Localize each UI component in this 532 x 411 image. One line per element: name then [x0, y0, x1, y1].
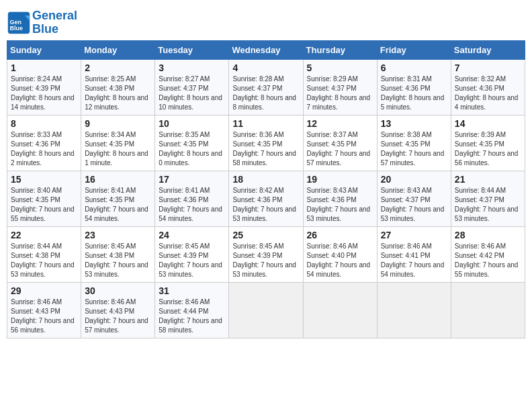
day-info: Sunrise: 8:25 AMSunset: 4:38 PMDaylight:…: [85, 75, 151, 112]
day-info: Sunrise: 8:45 AMSunset: 4:39 PMDaylight:…: [232, 242, 299, 279]
day-info: Sunrise: 8:43 AMSunset: 4:36 PMDaylight:…: [307, 186, 373, 224]
day-info: Sunrise: 8:24 AMSunset: 4:39 PMDaylight:…: [11, 75, 77, 112]
day-number: 4: [232, 62, 299, 73]
day-header-saturday: Saturday: [451, 40, 525, 59]
calendar-week-4: 22Sunrise: 8:44 AMSunset: 4:38 PMDayligh…: [7, 226, 525, 282]
day-header-thursday: Thursday: [303, 40, 377, 59]
calendar-cell: 18Sunrise: 8:42 AMSunset: 4:36 PMDayligh…: [229, 171, 303, 226]
calendar-cell: 1Sunrise: 8:24 AMSunset: 4:39 PMDaylight…: [7, 59, 81, 115]
calendar-cell: 27Sunrise: 8:46 AMSunset: 4:41 PMDayligh…: [377, 226, 451, 282]
day-info: Sunrise: 8:45 AMSunset: 4:39 PMDaylight:…: [159, 242, 225, 279]
logo: Gen Blue General Blue: [7, 9, 77, 36]
svg-text:Blue: Blue: [10, 25, 24, 32]
day-number: 18: [232, 174, 299, 185]
day-number: 26: [307, 230, 373, 240]
day-number: 24: [159, 230, 225, 240]
calendar-cell: 4Sunrise: 8:28 AMSunset: 4:37 PMDaylight…: [229, 59, 303, 115]
calendar-cell: 29Sunrise: 8:46 AMSunset: 4:43 PMDayligh…: [7, 282, 81, 338]
calendar-cell: 13Sunrise: 8:38 AMSunset: 4:35 PMDayligh…: [377, 115, 451, 171]
day-number: 2: [85, 62, 151, 73]
day-info: Sunrise: 8:29 AMSunset: 4:37 PMDaylight:…: [307, 75, 373, 112]
calendar-week-3: 15Sunrise: 8:40 AMSunset: 4:35 PMDayligh…: [7, 171, 525, 226]
day-number: 19: [307, 174, 373, 185]
calendar-cell: 17Sunrise: 8:41 AMSunset: 4:36 PMDayligh…: [155, 171, 229, 226]
logo-text2: Blue: [32, 23, 77, 36]
day-info: Sunrise: 8:46 AMSunset: 4:43 PMDaylight:…: [85, 298, 151, 335]
day-number: 22: [11, 230, 77, 240]
day-info: Sunrise: 8:46 AMSunset: 4:41 PMDaylight:…: [381, 242, 447, 279]
day-info: Sunrise: 8:28 AMSunset: 4:37 PMDaylight:…: [232, 75, 299, 112]
day-info: Sunrise: 8:42 AMSunset: 4:36 PMDaylight:…: [232, 186, 299, 224]
day-number: 14: [455, 118, 521, 129]
calendar-cell: [377, 282, 451, 338]
day-info: Sunrise: 8:32 AMSunset: 4:36 PMDaylight:…: [455, 75, 521, 112]
calendar-cell: 24Sunrise: 8:45 AMSunset: 4:39 PMDayligh…: [155, 226, 229, 282]
page-header: Gen Blue General Blue: [7, 7, 525, 36]
calendar-cell: 21Sunrise: 8:44 AMSunset: 4:37 PMDayligh…: [451, 171, 525, 226]
day-number: 12: [307, 118, 373, 129]
day-info: Sunrise: 8:46 AMSunset: 4:42 PMDaylight:…: [455, 242, 521, 279]
day-info: Sunrise: 8:46 AMSunset: 4:44 PMDaylight:…: [159, 298, 225, 335]
logo-text: General: [32, 9, 77, 23]
day-number: 17: [159, 174, 225, 185]
calendar-cell: 12Sunrise: 8:37 AMSunset: 4:35 PMDayligh…: [303, 115, 377, 171]
day-header-monday: Monday: [81, 40, 155, 59]
calendar-cell: 23Sunrise: 8:45 AMSunset: 4:38 PMDayligh…: [81, 226, 155, 282]
day-header-sunday: Sunday: [7, 40, 81, 59]
calendar-cell: [229, 282, 303, 338]
calendar-week-5: 29Sunrise: 8:46 AMSunset: 4:43 PMDayligh…: [7, 282, 525, 338]
day-info: Sunrise: 8:44 AMSunset: 4:37 PMDaylight:…: [455, 186, 521, 224]
day-number: 23: [85, 230, 151, 240]
calendar-cell: 8Sunrise: 8:33 AMSunset: 4:36 PMDaylight…: [7, 115, 81, 171]
calendar-cell: 31Sunrise: 8:46 AMSunset: 4:44 PMDayligh…: [155, 282, 229, 338]
calendar-cell: 6Sunrise: 8:31 AMSunset: 4:36 PMDaylight…: [377, 59, 451, 115]
calendar-cell: 19Sunrise: 8:43 AMSunset: 4:36 PMDayligh…: [303, 171, 377, 226]
day-number: 8: [11, 118, 77, 129]
day-number: 30: [85, 285, 151, 296]
day-number: 6: [381, 62, 447, 73]
day-info: Sunrise: 8:37 AMSunset: 4:35 PMDaylight:…: [307, 130, 373, 168]
day-info: Sunrise: 8:31 AMSunset: 4:36 PMDaylight:…: [381, 75, 447, 112]
day-number: 10: [159, 118, 225, 129]
day-info: Sunrise: 8:36 AMSunset: 4:35 PMDaylight:…: [232, 130, 299, 168]
calendar-cell: 9Sunrise: 8:34 AMSunset: 4:35 PMDaylight…: [81, 115, 155, 171]
day-number: 15: [11, 174, 77, 185]
day-number: 28: [455, 230, 521, 240]
day-info: Sunrise: 8:35 AMSunset: 4:35 PMDaylight:…: [159, 130, 225, 168]
day-info: Sunrise: 8:45 AMSunset: 4:38 PMDaylight:…: [85, 242, 151, 279]
day-info: Sunrise: 8:40 AMSunset: 4:35 PMDaylight:…: [11, 186, 77, 224]
day-number: 21: [455, 174, 521, 185]
day-number: 29: [11, 285, 77, 296]
calendar-week-1: 1Sunrise: 8:24 AMSunset: 4:39 PMDaylight…: [7, 59, 525, 115]
day-number: 7: [455, 62, 521, 73]
day-info: Sunrise: 8:38 AMSunset: 4:35 PMDaylight:…: [381, 130, 447, 168]
calendar-cell: 11Sunrise: 8:36 AMSunset: 4:35 PMDayligh…: [229, 115, 303, 171]
calendar-cell: 28Sunrise: 8:46 AMSunset: 4:42 PMDayligh…: [451, 226, 525, 282]
calendar-cell: 26Sunrise: 8:46 AMSunset: 4:40 PMDayligh…: [303, 226, 377, 282]
day-number: 5: [307, 62, 373, 73]
day-header-row: SundayMondayTuesdayWednesdayThursdayFrid…: [7, 40, 525, 59]
calendar-cell: [303, 282, 377, 338]
day-number: 3: [159, 62, 225, 73]
calendar-cell: 20Sunrise: 8:43 AMSunset: 4:37 PMDayligh…: [377, 171, 451, 226]
day-number: 1: [11, 62, 77, 73]
calendar-cell: 25Sunrise: 8:45 AMSunset: 4:39 PMDayligh…: [229, 226, 303, 282]
day-header-friday: Friday: [377, 40, 451, 59]
day-info: Sunrise: 8:43 AMSunset: 4:37 PMDaylight:…: [381, 186, 447, 224]
calendar-table: SundayMondayTuesdayWednesdayThursdayFrid…: [7, 40, 525, 338]
day-info: Sunrise: 8:44 AMSunset: 4:38 PMDaylight:…: [11, 242, 77, 279]
day-header-tuesday: Tuesday: [155, 40, 229, 59]
day-header-wednesday: Wednesday: [229, 40, 303, 59]
calendar-cell: [451, 282, 525, 338]
day-info: Sunrise: 8:41 AMSunset: 4:36 PMDaylight:…: [159, 186, 225, 224]
day-number: 31: [159, 285, 225, 296]
calendar-cell: 14Sunrise: 8:39 AMSunset: 4:35 PMDayligh…: [451, 115, 525, 171]
calendar-cell: 5Sunrise: 8:29 AMSunset: 4:37 PMDaylight…: [303, 59, 377, 115]
day-info: Sunrise: 8:41 AMSunset: 4:35 PMDaylight:…: [85, 186, 151, 224]
day-info: Sunrise: 8:34 AMSunset: 4:35 PMDaylight:…: [85, 130, 151, 168]
day-number: 13: [381, 118, 447, 129]
day-info: Sunrise: 8:33 AMSunset: 4:36 PMDaylight:…: [11, 130, 77, 168]
calendar-cell: 16Sunrise: 8:41 AMSunset: 4:35 PMDayligh…: [81, 171, 155, 226]
day-number: 20: [381, 174, 447, 185]
day-info: Sunrise: 8:46 AMSunset: 4:40 PMDaylight:…: [307, 242, 373, 279]
